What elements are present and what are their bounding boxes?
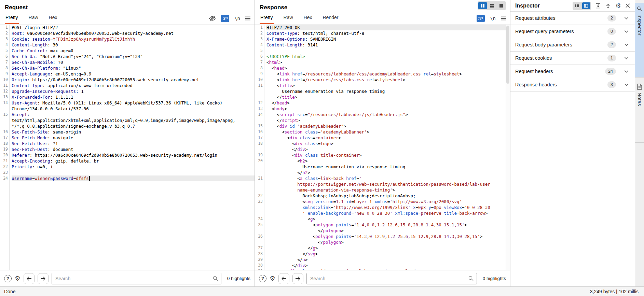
- gear-icon[interactable]: ⚙: [615, 2, 621, 9]
- code-line[interactable]: 14 <script src="/resources/labheader/js/…: [255, 112, 506, 117]
- split-columns-icon[interactable]: [478, 2, 487, 9]
- help-icon[interactable]: ?: [259, 275, 266, 282]
- code-line[interactable]: 13X-Forwarded-For: 1.1.1.1: [0, 94, 255, 100]
- code-line[interactable]: ' enable-background='new 0 0 28 30' xml:…: [255, 210, 506, 216]
- side-tab-inspector[interactable]: Inspector: [635, 3, 644, 77]
- tab-pretty[interactable]: Pretty: [260, 12, 274, 24]
- inspector-section-request-cookies[interactable]: Request cookies1: [510, 52, 635, 65]
- code-line[interactable]: 28 </svg>: [255, 251, 506, 257]
- code-line[interactable]: 23: [0, 170, 255, 175]
- inspector-section-response-headers[interactable]: Response headers3: [510, 78, 635, 91]
- next-match-button[interactable]: [38, 273, 49, 284]
- code-line[interactable]: 6<!DOCTYPE html>: [255, 54, 506, 59]
- code-line[interactable]: name-enumeration-via-response-timing'>: [255, 187, 506, 193]
- code-line[interactable]: 4Content-Length: 3141: [255, 42, 506, 48]
- code-line[interactable]: 5Cache-Control: max-age=0: [0, 48, 255, 54]
- inspector-section-request-query-parameters[interactable]: Request query parameters0: [510, 25, 635, 38]
- code-line[interactable]: 15Accept:: [0, 112, 255, 117]
- next-match-button[interactable]: [292, 273, 303, 284]
- code-line[interactable]: 3Cookie: session=YFFDimJzpOAxysrunMmPypZ…: [0, 36, 255, 42]
- code-line[interactable]: https://portswigger.net/web-security/aut…: [255, 181, 506, 187]
- newline-icon[interactable]: \n: [234, 16, 240, 21]
- close-icon[interactable]: [626, 3, 630, 8]
- code-line[interactable]: 14User-Agent: Mozilla/5.0 (X11; Linux x8…: [0, 100, 255, 106]
- code-line[interactable]: text/html,application/xhtml+xml,applicat…: [0, 117, 255, 123]
- code-line[interactable]: 20Referer: https://0a6c00ce0469cf2d840b5…: [0, 152, 255, 158]
- code-line[interactable]: 19Sec-Fetch-Dest: document: [0, 146, 255, 152]
- code-line[interactable]: 4Content-Length: 30: [0, 42, 255, 48]
- tab-render[interactable]: Render: [322, 12, 339, 24]
- single-pane-icon[interactable]: [497, 2, 505, 9]
- code-line[interactable]: Chrome/134.0.0.0 Safari/537.36: [0, 106, 255, 112]
- code-line[interactable]: </polygon>: [255, 228, 506, 234]
- code-line[interactable]: 5: [255, 48, 506, 54]
- code-line[interactable]: 18Sec-Fetch-User: ?1: [0, 141, 255, 146]
- code-line[interactable]: </polygon>: [255, 239, 506, 245]
- tab-raw[interactable]: Raw: [28, 12, 39, 24]
- code-line[interactable]: 7Sec-Ch-Ua-Mobile: ?0: [0, 59, 255, 65]
- code-line[interactable]: 7<html>: [255, 59, 506, 65]
- dock-right-icon[interactable]: [582, 2, 590, 9]
- code-line[interactable]: </title>: [255, 94, 506, 100]
- newline-icon[interactable]: \n: [490, 16, 496, 21]
- inspector-section-request-body-parameters[interactable]: Request body parameters2: [510, 38, 635, 52]
- code-line[interactable]: 22Priority: u=0, i: [0, 164, 255, 170]
- response-scrollbar[interactable]: [506, 25, 510, 270]
- code-line[interactable]: 24username=wiener&password=dfsfs: [0, 175, 255, 181]
- tab-hex[interactable]: Hex: [303, 12, 313, 24]
- code-line[interactable]: 10Origin: https://0a6c00ce0469cf2d840b5e…: [0, 77, 255, 83]
- response-editor[interactable]: 1HTTP/2 200 OK2Content-Type: text/html; …: [255, 25, 506, 270]
- code-line[interactable]: 17Sec-Fetch-Mode: navigate: [0, 135, 255, 141]
- code-line[interactable]: xmlns:xlink='http://www.w3.org/1999/xlin…: [255, 205, 506, 210]
- code-line[interactable]: 15 <div id="academyLabHeader">: [255, 123, 506, 129]
- inspector-section-request-attributes[interactable]: Request attributes2: [510, 12, 635, 25]
- expand-all-icon[interactable]: [595, 3, 601, 9]
- search-input[interactable]: [306, 273, 477, 284]
- code-line[interactable]: 18 <div class=logo>: [255, 141, 506, 146]
- dock-bottom-icon[interactable]: [573, 2, 581, 9]
- code-line[interactable]: 27 </g>: [255, 245, 506, 251]
- code-line[interactable]: 19 <div class=title-container>: [255, 152, 506, 158]
- code-line[interactable]: 16Sec-Fetch-Site: same-origin: [0, 129, 255, 135]
- code-line[interactable]: 8Sec-Ch-Ua-Platform: "Linux": [0, 65, 255, 71]
- code-line[interactable]: 26 <polygon points='14.3,0 12.9,1.2 25.6…: [255, 234, 506, 239]
- code-line[interactable]: 11 <title>: [255, 83, 506, 88]
- code-line[interactable]: Username enumeration via response timing: [255, 88, 506, 94]
- code-line[interactable]: 2Host: 0a6c00ce0469cf2d840b5e8b00720053.…: [0, 30, 255, 36]
- gear-icon[interactable]: ⚙: [15, 275, 20, 282]
- code-line[interactable]: 22 Back&nbsp;to&nbsp;lab&nbsp;descriptio…: [255, 193, 506, 199]
- tab-raw[interactable]: Raw: [283, 12, 294, 24]
- code-line[interactable]: Username enumeration via response timing: [255, 164, 506, 170]
- gear-icon[interactable]: ⚙: [270, 275, 275, 282]
- code-line[interactable]: 1HTTP/2 200 OK: [255, 25, 506, 30]
- code-line[interactable]: 25 <polygon points='1.4,0 0,1.2 12.6,15 …: [255, 222, 506, 228]
- wrap-lines-icon[interactable]: [221, 15, 229, 22]
- code-line[interactable]: 12Upgrade-Insecure-Requests: 1: [0, 88, 255, 94]
- code-line[interactable]: 10 <link href=/resources/css/labs.css re…: [255, 77, 506, 83]
- code-line[interactable]: 9 <link href=/resources/labheader/css/ac…: [255, 71, 506, 77]
- code-line[interactable]: 3X-Frame-Options: SAMEORIGIN: [255, 36, 506, 42]
- menu-icon[interactable]: [245, 16, 250, 20]
- code-line[interactable]: 17 <div class=container>: [255, 135, 506, 141]
- code-line[interactable]: 21 <a class=link-back href=': [255, 175, 506, 181]
- scrollbar-thumb[interactable]: [506, 26, 509, 84]
- code-line[interactable]: 12 </head>: [255, 100, 506, 106]
- code-line[interactable]: 29 </a>: [255, 257, 506, 263]
- code-line[interactable]: 23 <svg version=1.1 id=Layer_1 xmlns='ht…: [255, 199, 506, 205]
- previous-match-button[interactable]: [24, 273, 35, 284]
- request-editor[interactable]: 1POST /login HTTP/22Host: 0a6c00ce0469cf…: [0, 25, 255, 270]
- code-line[interactable]: 13 <body>: [255, 106, 506, 112]
- code-line[interactable]: 16 <section class='academyLabBanner'>: [255, 129, 506, 135]
- code-line[interactable]: 1POST /login HTTP/2: [0, 25, 255, 30]
- code-line[interactable]: 2Content-Type: text/html; charset=utf-8: [255, 30, 506, 36]
- code-line[interactable]: </script>: [255, 117, 506, 123]
- code-line[interactable]: 24 <g>: [255, 216, 506, 222]
- eye-off-icon[interactable]: [209, 15, 216, 22]
- tab-pretty[interactable]: Pretty: [5, 12, 19, 24]
- search-input[interactable]: [52, 273, 221, 284]
- help-icon[interactable]: ?: [4, 275, 12, 282]
- inspector-section-request-headers[interactable]: Request headers24: [510, 65, 635, 78]
- code-line[interactable]: 6Sec-Ch-Ua: "Not:A-Brand";v="24", "Chrom…: [0, 54, 255, 59]
- wrap-lines-icon[interactable]: [477, 15, 485, 22]
- menu-icon[interactable]: [501, 16, 506, 20]
